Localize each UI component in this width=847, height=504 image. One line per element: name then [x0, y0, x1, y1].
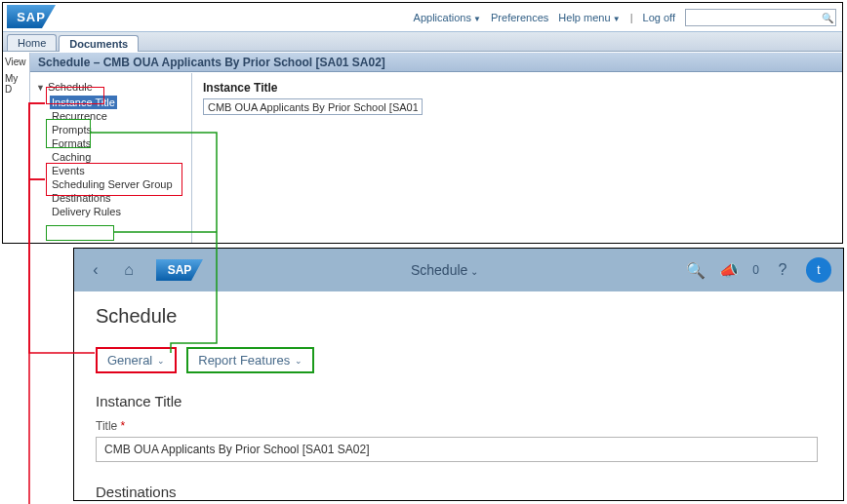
tree-item-prompts[interactable]: Prompts: [50, 123, 94, 136]
tree-item-recurrence[interactable]: Recurrence: [50, 109, 109, 123]
home-icon[interactable]: ⌂: [119, 260, 139, 280]
new-body: Schedule General⌄ Report Features⌄ Insta…: [74, 291, 843, 501]
help-icon[interactable]: ?: [773, 260, 792, 280]
tree-item-formats[interactable]: Formats: [50, 136, 93, 150]
notification-count: 0: [752, 263, 759, 277]
back-icon[interactable]: ‹: [86, 260, 105, 280]
avatar[interactable]: t: [806, 257, 831, 283]
tab-home[interactable]: Home: [7, 34, 57, 51]
instance-title-input-old[interactable]: [203, 98, 423, 115]
tree-item-delivery-rules[interactable]: Delivery Rules: [50, 205, 123, 218]
panel-header: Schedule – CMB OUA Applicants By Prior S…: [30, 53, 842, 72]
tree-item-instance-title[interactable]: Instance Title: [50, 96, 117, 109]
preferences-link[interactable]: Preferences: [491, 12, 548, 23]
applications-link[interactable]: Applications ▼: [414, 12, 481, 23]
old-top-links: Applications ▼ Preferences Help menu ▼ |…: [414, 9, 836, 26]
tree-root[interactable]: ▼ Schedule: [36, 81, 185, 93]
title-field-label: Title *: [96, 419, 822, 433]
new-topbar: ‹ ⌂ SAP Schedule⌄ 🔍 📣 0 ? t: [74, 249, 843, 291]
view-label: View: [3, 53, 29, 71]
header-title[interactable]: Schedule⌄: [217, 262, 672, 278]
tree-item-caching[interactable]: Caching: [50, 150, 93, 164]
myd-label: My D: [3, 71, 29, 97]
instance-title-heading: Instance Title: [203, 81, 832, 95]
tab-documents[interactable]: Documents: [59, 35, 139, 52]
instance-title-input-new[interactable]: [96, 437, 818, 462]
tabs-row: Home Documents: [3, 32, 842, 52]
sap-logo: SAP: [7, 5, 56, 28]
separator: |: [630, 12, 633, 23]
caret-down-icon: ▼: [611, 15, 621, 23]
tree-item-scheduling-server-group[interactable]: Scheduling Server Group: [50, 177, 175, 191]
top-right-icons: 🔍 📣 0 ? t: [686, 257, 831, 283]
chevron-down-icon: ⌄: [157, 356, 165, 366]
destinations-heading: Destinations: [96, 484, 822, 500]
old-ui-panel: SAP Applications ▼ Preferences Help menu…: [2, 2, 843, 244]
instance-title-heading: Instance Title: [96, 393, 822, 409]
search-input[interactable]: 🔍: [685, 9, 836, 26]
old-right-pane: Instance Title: [193, 73, 842, 243]
schedule-tree: ▼ Schedule Instance Title Recurrence Pro…: [30, 73, 192, 243]
tree-item-events[interactable]: Events: [50, 164, 87, 177]
general-section-button[interactable]: General⌄: [96, 347, 177, 373]
caret-down-icon: ▼: [36, 83, 45, 93]
page-title: Schedule: [96, 305, 822, 328]
tree-item-destinations[interactable]: Destinations: [50, 191, 113, 205]
search-icon: 🔍: [822, 13, 833, 23]
required-indicator: *: [121, 419, 126, 433]
report-features-section-button[interactable]: Report Features⌄: [186, 347, 314, 373]
sap-logo-text: SAP: [168, 263, 192, 277]
old-topbar: SAP Applications ▼ Preferences Help menu…: [3, 3, 842, 32]
chevron-down-icon: ⌄: [470, 266, 478, 277]
search-icon[interactable]: 🔍: [686, 260, 706, 280]
chevron-down-icon: ⌄: [295, 356, 302, 366]
caret-down-icon: ▼: [471, 15, 481, 23]
notifications-icon[interactable]: 📣: [719, 260, 739, 280]
new-ui-panel: ‹ ⌂ SAP Schedule⌄ 🔍 📣 0 ? t Schedule Gen…: [73, 248, 844, 501]
help-menu-link[interactable]: Help menu ▼: [558, 12, 620, 23]
sap-logo-shape: SAP: [7, 5, 56, 28]
sap-logo-text: SAP: [17, 10, 46, 24]
left-strip: View My D: [3, 53, 30, 243]
sap-logo: SAP: [156, 259, 203, 281]
logoff-link[interactable]: Log off: [643, 12, 675, 23]
section-buttons: General⌄ Report Features⌄: [96, 347, 822, 373]
